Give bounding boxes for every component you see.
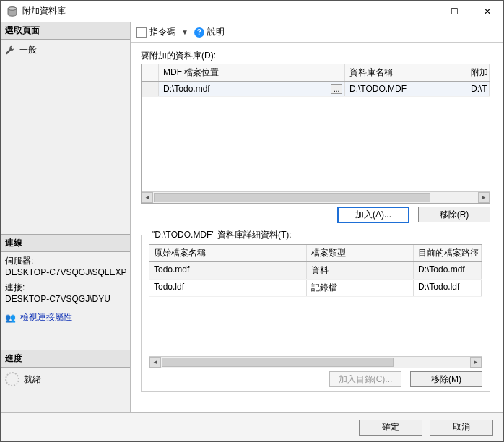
cell-file-type: 資料 (307, 262, 414, 279)
col-mdf-location[interactable]: MDF 檔案位置 (159, 64, 326, 81)
remove-button[interactable]: 移除(R) (418, 207, 490, 222)
select-page-header: 選取頁面 (1, 22, 130, 40)
view-connection-props-link[interactable]: 檢視連接屬性 (20, 311, 72, 324)
wrench-icon (5, 46, 15, 56)
progress-status: 就緒 (24, 373, 41, 386)
svg-point-1 (8, 6, 17, 9)
col-database-name[interactable]: 資料庫名稱 (345, 64, 466, 81)
help-button[interactable]: 說明 (207, 26, 225, 38)
details-row[interactable]: Todo.mdf 資料 D:\Todo.mdf (149, 262, 482, 280)
row-header-corner (142, 64, 159, 81)
people-icon (5, 313, 16, 323)
row-selector[interactable] (142, 82, 159, 96)
connection-header: 連線 (1, 234, 130, 252)
help-icon: ? (194, 27, 204, 38)
add-button[interactable]: 加入(A)... (337, 207, 409, 223)
maximize-icon: ☐ (451, 6, 459, 17)
scroll-left-icon[interactable]: ◄ (142, 192, 153, 203)
cell-database-name[interactable]: D:\TODO.MDF (345, 82, 466, 96)
scroll-thumb[interactable] (162, 358, 394, 367)
attach-row[interactable]: D:\Todo.mdf ... D:\TODO.MDF D:\T (142, 82, 490, 97)
details-remove-button[interactable]: 移除(M) (410, 371, 482, 387)
progress-header: 進度 (1, 350, 130, 368)
titlebar[interactable]: 附加資料庫 – ☐ ✕ (1, 1, 503, 22)
scroll-right-icon[interactable]: ► (478, 192, 490, 203)
cell-current-path: D:\Todo.ldf (414, 280, 482, 296)
attach-database-dialog: 附加資料庫 – ☐ ✕ 選取頁面 一般 連線 伺服器: DESKTOP-C7VS… (0, 0, 504, 442)
col-original-file-name[interactable]: 原始檔案名稱 (149, 245, 307, 261)
window-title: 附加資料庫 (22, 5, 66, 17)
ok-button[interactable]: 確定 (359, 420, 422, 436)
attach-grid: MDF 檔案位置 資料庫名稱 附加 D:\Todo.mdf ... D:\TOD… (141, 64, 490, 204)
page-general-label: 一般 (19, 44, 37, 56)
left-sidebar: 選取頁面 一般 連線 伺服器: DESKTOP-C7VSQGJ\SQLEXPRE… (1, 22, 131, 412)
cell-current-path: D:\Todo.mdf (414, 262, 482, 279)
connection-label: 連接: (5, 282, 126, 294)
browse-button[interactable]: ... (331, 84, 342, 94)
details-fieldset: "D:\TODO.MDF" 資料庫詳細資料(T): 原始檔案名稱 檔案類型 目前… (141, 229, 490, 392)
details-legend: "D:\TODO.MDF" 資料庫詳細資料(T): (149, 229, 295, 241)
script-button[interactable]: 指令碼 (149, 26, 175, 38)
minimize-button[interactable]: – (406, 1, 438, 22)
close-icon: ✕ (484, 6, 491, 17)
script-icon (136, 27, 147, 38)
script-dropdown[interactable]: ▼ (178, 28, 191, 36)
attach-grid-hscroll[interactable]: ◄ ► (142, 191, 490, 203)
cell-original-file-name: Todo.mdf (149, 262, 307, 279)
add-catalog-button: 加入目錄(C)... (329, 371, 401, 387)
cell-attach-as[interactable]: D:\T (466, 82, 490, 96)
scroll-left-icon[interactable]: ◄ (149, 357, 161, 368)
col-browse (326, 64, 345, 81)
cancel-button[interactable]: 取消 (430, 420, 493, 436)
col-attach-as[interactable]: 附加 (466, 64, 490, 81)
close-button[interactable]: ✕ (471, 1, 503, 22)
col-file-type[interactable]: 檔案類型 (307, 245, 414, 261)
col-current-path[interactable]: 目前的檔案路徑 (414, 245, 482, 261)
connection-value: DESKTOP-C7VSQGJ\DYU (5, 294, 126, 304)
server-label: 伺服器: (5, 255, 126, 267)
scroll-thumb[interactable] (154, 193, 430, 202)
details-grid-hscroll[interactable]: ◄ ► (149, 356, 482, 368)
dialog-footer: 確定 取消 (1, 412, 503, 441)
progress-spinner-icon (5, 372, 19, 386)
database-icon (6, 6, 18, 17)
details-row[interactable]: Todo.ldf 記錄檔 D:\Todo.ldf (149, 280, 482, 297)
server-value: DESKTOP-C7VSQGJ\SQLEXPRESS (5, 267, 126, 277)
cell-original-file-name: Todo.ldf (149, 280, 307, 296)
cell-file-type: 記錄檔 (307, 280, 414, 296)
page-general[interactable]: 一般 (5, 43, 126, 58)
details-grid: 原始檔案名稱 檔案類型 目前的檔案路徑 Todo.mdf 資料 D:\Todo.… (149, 244, 482, 368)
databases-to-attach-label: 要附加的資料庫(D): (141, 50, 490, 62)
maximize-button[interactable]: ☐ (438, 1, 471, 22)
cell-mdf-location[interactable]: D:\Todo.mdf (159, 82, 326, 96)
toolbar: 指令碼 ▼ ? 說明 (131, 22, 503, 43)
minimize-icon: – (420, 6, 425, 17)
scroll-right-icon[interactable]: ► (470, 357, 482, 368)
